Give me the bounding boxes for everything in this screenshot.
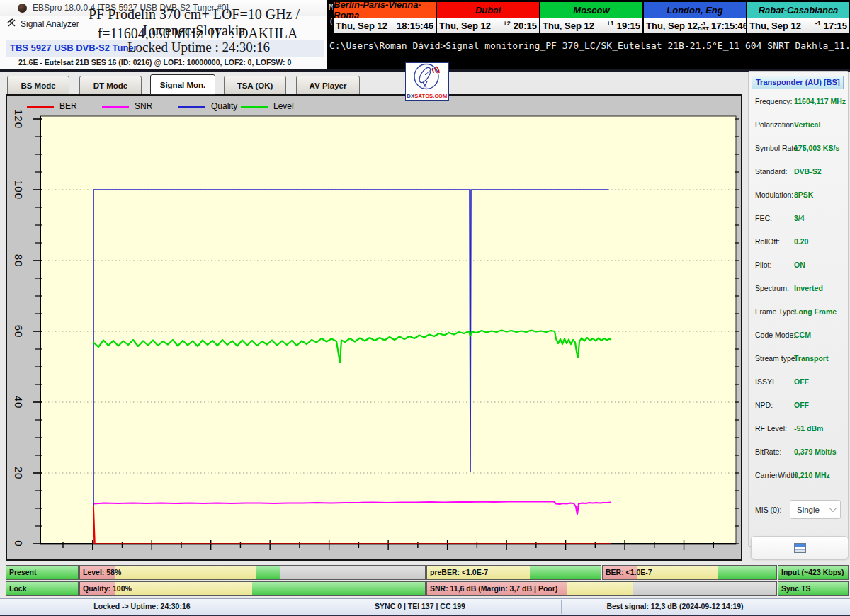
clock-moscow: Moscow Thu, Sep 12 +1 19:15 [539,2,642,34]
y-axis-tick-label: 60 [13,325,25,338]
mis-row: MIS (0): Single [749,500,849,520]
transponder-row: NPD:OFF [749,401,849,415]
level-bar: Level: 58% [79,565,426,580]
clock-rabat: Rabat-Casablanca Thu, Sep 12 -1 17:15 [746,2,849,34]
signal-chart [7,96,741,559]
field-label: Stream type: [755,354,798,363]
world-clock-bar: Berlin-Paris-Vienna-Roma Thu, Sep 12 18:… [333,1,850,35]
clock-city-label: Rabat-Casablanca [747,2,849,18]
statusbar-divider [6,600,6,614]
tab-signal-mon[interactable]: Signal Mon. [150,74,215,95]
field-label: NPD: [755,401,773,409]
transponder-sidebar: Transponder (AU) [BS] Frequency:11604,11… [748,71,849,547]
field-value: 0,379 Mbit/s [794,447,837,456]
clock-date: Thu, Sep 12 [646,21,698,31]
console-command-line: C:\Users\Roman Dávid>Signal monitoring_P… [329,40,850,51]
tab-tsa[interactable]: TSA (OK) [224,76,286,95]
field-value: Vertical [794,120,820,129]
bar-label: SNR: 11,6 dB (Margin: 3,7 dB | Poor) [430,582,557,595]
clock-time: 18:15:46 [397,21,434,31]
field-value: 11604,117 MHz [794,97,846,105]
clock-city-label: Berlin-Paris-Vienna-Roma [334,2,436,18]
mis-dropdown[interactable]: Single [790,500,841,519]
transponder-row: Code Mode:CCM [749,331,849,345]
transponder-row: CarrierWidth:0,210 MHz [749,471,849,485]
transponder-row: RollOff:0.20 [749,237,849,251]
ebspro-header-window: EBSpro 18.0.0.4 [TBS 5927 USB DVB-S2 Tun… [0,0,327,69]
bar-fill-segments [80,582,425,595]
stream-list-button[interactable] [751,536,849,559]
y-axis-tick-label: 80 [13,254,25,268]
y-axis-tick-label: 40 [13,396,25,409]
dxsatcs-logo: DXSATCS.COM [405,62,449,101]
field-value: -51 dBm [794,424,823,433]
bar-label: BER: <1.0E-7 [606,566,652,578]
field-label: Polarization: [755,120,796,129]
clock-utc-offset: +1 [606,20,613,27]
statusbar-sync-counters: SYNC 0 | TEI 137 | CC 199 [278,602,562,610]
clock-city-label: Dubai [437,2,539,18]
bar-label: Quality: 100% [83,582,132,595]
clock-time-row: Thu, Sep 12 -1 17:15 [747,18,849,33]
satellite-dish-logo-art [406,63,447,91]
sync-ts-bar: Sync TS [778,581,849,596]
tab-dt-mode[interactable]: DT Mode [79,76,142,95]
field-value: 8PSK [794,190,813,199]
y-axis-tick-label: 0 [13,540,25,547]
clock-dst-offset: -1 DST [698,21,709,31]
satellite-dish-icon [7,18,17,30]
ebspro-app-icon [18,4,27,13]
stream-list-icon [794,543,806,553]
clock-time: 20:15 [514,21,537,31]
field-label: Spectrum: [755,284,789,292]
bar-label: Sync TS [781,582,810,595]
clock-utc-offset: +2 [503,20,510,27]
field-value: Inverted [794,284,823,292]
transponder-row: Pilot:ON [749,261,849,275]
transponder-row: Frequency:11604,117 MHz [749,97,849,111]
field-value: 0,210 MHz [794,471,830,479]
logo-text-dx: DX [407,93,414,99]
field-label: Modulation: [755,190,793,199]
field-label: Code Mode: [755,331,795,339]
field-value: 175,003 KS/s [794,144,839,152]
locked-uptime-title: Locked Uptime : 24:30:16 [128,40,270,55]
dxsatcs-logo-text: DXSATCS.COM [406,91,448,100]
transponder-row: Standard:DVB-S2 [749,167,849,181]
tab-av-player[interactable]: AV Player [296,76,360,95]
y-axis-tick-label: 120 [13,109,25,129]
tuner-strip: TBS 5927 USB DVB-S2 Tuner Locked Uptime … [6,40,324,57]
clock-dst-note: DST [698,26,709,31]
field-label: BitRate: [755,447,781,456]
field-value: 0.20 [794,237,808,246]
field-value: Transport [794,354,828,363]
ebspro-app: EBSpro 18.0.0.4 [TBS 5927 USB DVB-S2 Tun… [0,0,850,616]
clock-time: 19:15 [617,21,640,31]
field-value: Long Frame [794,307,837,316]
statusbar-divider [561,600,562,614]
y-axis-tick-label: 100 [13,180,25,200]
field-value: OFF [794,377,809,386]
transponder-row: Modulation:8PSK [749,190,849,205]
clock-time-row: Thu, Sep 12 +2 20:15 [437,18,539,33]
tuner-name: TBS 5927 USB DVB-S2 Tuner [10,42,137,53]
bar-fill-segments [80,566,425,579]
clock-utc-offset: -1 [815,20,821,27]
field-value: CCM [794,331,811,339]
clock-time-row: Thu, Sep 12 +1 19:15 [540,18,642,33]
y-axis-tick-label: 20 [13,467,25,480]
clock-london: London, Eng Thu, Sep 12 -1 DST 17:15:46 [642,2,746,34]
ber-bar: BER: <1.0E-7 [602,565,777,580]
present-indicator-bar: Present [6,565,79,580]
transponder-row: Symbol Rate:175,003 KS/s [749,144,849,158]
field-value: 3/4 [794,214,805,222]
bottom-statusbar: Locked -> Uptime: 24:30:16 SYNC 0 | TEI … [0,598,850,615]
clock-date: Thu, Sep 12 [439,21,491,31]
mis-selected-value: Single [797,506,820,514]
signal-analyzer-header: Signal Analyzer [7,18,79,30]
satellite-info-line: 21.6E - Eutelsat 21B SES 16 (ID: 0216) @… [18,58,323,67]
clock-time-row: Thu, Sep 12 -1 DST 17:15:46 [644,18,746,33]
logo-text-satcs: SATCS.COM [414,93,447,99]
tab-bs-mode[interactable]: BS Mode [7,76,69,95]
bar-label: Present [9,566,37,578]
